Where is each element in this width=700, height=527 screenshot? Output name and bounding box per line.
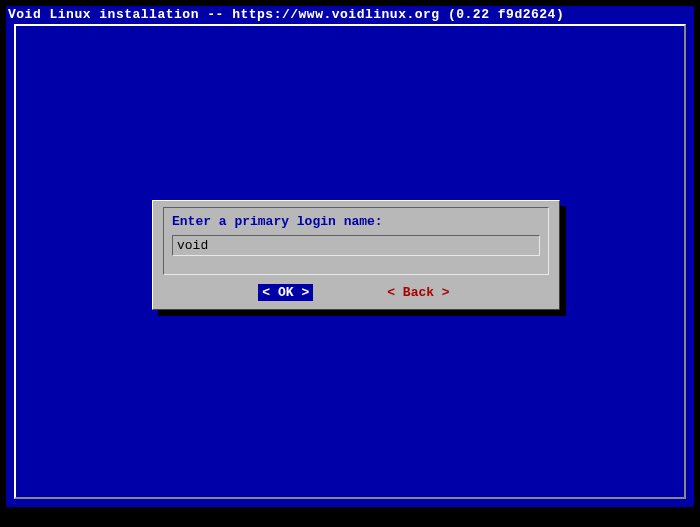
ok-right-bracket: > [301, 285, 309, 300]
title-bar: Void Linux installation -- https://www.v… [6, 6, 694, 24]
back-left-bracket: < [387, 285, 395, 300]
installer-title: Void Linux installation -- https://www.v… [8, 7, 564, 22]
ok-button[interactable]: < OK > [258, 284, 313, 301]
login-name-dialog: Enter a primary login name: < OK > < Bac… [152, 200, 560, 310]
prompt-label: Enter a primary login name: [172, 214, 540, 229]
login-name-input[interactable] [177, 238, 535, 253]
installer-screen: Void Linux installation -- https://www.v… [6, 6, 694, 507]
ok-left-bracket: < [262, 285, 270, 300]
back-button[interactable]: < Back > [383, 284, 453, 301]
ok-label: OK [270, 285, 301, 300]
back-hotkey: B [403, 285, 411, 300]
back-right-bracket: > [442, 285, 450, 300]
input-frame [172, 235, 540, 256]
dialog-content: Enter a primary login name: [163, 207, 549, 275]
back-rest: ack [411, 285, 434, 300]
button-row: < OK > < Back > [153, 284, 559, 301]
